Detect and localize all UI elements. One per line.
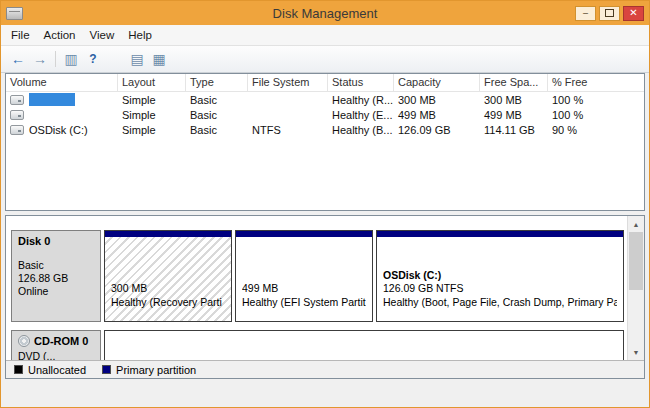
disk-graphical-pane: Disk 0 Basic 126.88 GB Online 300 MB [5,215,645,379]
free-cell: 499 MB [480,109,548,121]
disk0-size: 126.88 GB [18,272,94,285]
type-cell: Basic [186,124,248,136]
column-header-capacity[interactable]: Capacity [394,74,480,91]
drive-icon [10,110,24,120]
legend-label: Unallocated [28,364,86,376]
cdrom-header[interactable]: CD-ROM 0 DVD (... [11,330,101,360]
disk0-name: Disk 0 [18,235,94,247]
partition-name: OSDisk (C:) [383,269,617,283]
cdrom-media-area[interactable] [104,330,624,360]
status-cell: Healthy (B... [328,124,394,136]
legend-primary-partition: Primary partition [102,364,196,376]
fs-cell: NTFS [248,124,328,136]
disk-management-window: Disk Management – ✕ File Action View Hel… [0,0,650,408]
disk0-header[interactable]: Disk 0 Basic 126.88 GB Online [11,230,101,322]
status-cell: Healthy (E... [328,109,394,121]
type-cell: Basic [186,109,248,121]
unallocated-swatch [14,365,23,374]
window-title: Disk Management [1,6,649,21]
scrollbar-thumb[interactable] [629,232,643,290]
partition-status: Healthy (Boot, Page File, Crash Dump, Pr… [383,296,617,310]
forward-icon[interactable]: → [29,49,51,69]
table-row-recovery[interactable]: Simple Basic Healthy (R... 300 MB 300 MB… [6,92,644,107]
column-header-status[interactable]: Status [328,74,394,91]
title-bar: Disk Management – ✕ [1,1,649,25]
properties-icon[interactable]: ▦ [148,49,170,69]
partition-info: 499 MB Healthy (EFI System Partit [236,237,372,321]
scroll-down-icon[interactable]: ▼ [628,344,644,360]
menu-file[interactable]: File [4,27,37,43]
disk0-meta: Basic 126.88 GB Online [18,259,94,298]
scroll-up-icon[interactable]: ▲ [628,216,644,232]
partition-status: Healthy (Recovery Parti [111,296,225,310]
pct-cell: 100 % [548,94,618,106]
menu-action[interactable]: Action [37,27,83,43]
drive-icon [10,95,24,105]
legend-bar: Unallocated Primary partition [6,360,644,378]
vertical-scrollbar[interactable]: ▲ ▼ [627,216,644,360]
capacity-cell: 126.09 GB [394,124,480,136]
layout-cell: Simple [118,109,186,121]
disk0-row: Disk 0 Basic 126.88 GB Online 300 MB [11,230,624,322]
table-row-osdisk[interactable]: OSDisk (C:) Simple Basic NTFS Healthy (B… [6,122,644,137]
menu-bar: File Action View Help [1,25,649,46]
cdrom-row: CD-ROM 0 DVD (... [11,330,624,360]
cdrom-type: DVD (... [18,350,94,360]
minimize-button[interactable]: – [575,6,596,21]
disk0-status: Online [18,285,94,298]
capacity-cell: 499 MB [394,109,480,121]
selected-volume-highlight [29,93,75,106]
console-tree-icon[interactable]: ▥ [60,49,82,69]
volume-list-header: Volume Layout Type File System Status Ca… [6,74,644,92]
status-cell: Healthy (R... [328,94,394,106]
partition-info: OSDisk (C:) 126.09 GB NTFS Healthy (Boot… [377,237,623,321]
drive-icon [10,125,24,135]
back-icon[interactable]: ← [7,49,29,69]
partition-info: 300 MB Healthy (Recovery Parti [105,237,231,321]
column-header-file-system[interactable]: File System [248,74,328,91]
volume-name: OSDisk (C:) [29,124,88,136]
scrollbar-track[interactable] [628,290,644,344]
volume-cell: OSDisk (C:) [6,124,118,136]
toolbar-separator [55,51,56,67]
volume-cell [6,110,118,120]
partition-size: 499 MB [242,282,366,296]
main-area: Volume Layout Type File System Status Ca… [5,73,645,407]
cdrom-name: CD-ROM 0 [34,335,88,347]
pct-cell: 100 % [548,109,618,121]
volume-cell [6,93,118,106]
column-header-pct-free[interactable]: % Free [548,74,618,91]
cdrom-title: CD-ROM 0 [18,335,94,347]
column-header-volume[interactable]: Volume [6,74,118,91]
menu-view[interactable]: View [83,27,122,43]
app-icon [6,7,23,20]
disk0-type: Basic [18,259,94,272]
disk0-partitions: 300 MB Healthy (Recovery Parti 499 MB He… [104,230,624,322]
capacity-cell: 300 MB [394,94,480,106]
layout-cell: Simple [118,124,186,136]
partition-efi[interactable]: 499 MB Healthy (EFI System Partit [235,230,373,322]
legend-unallocated: Unallocated [14,364,86,376]
free-cell: 114.11 GB [480,124,548,136]
layout-cell: Simple [118,94,186,106]
type-cell: Basic [186,94,248,106]
toolbar: ← → ▥ ? ▤ ▦ [1,46,649,73]
column-header-layout[interactable]: Layout [118,74,186,91]
legend-label: Primary partition [116,364,196,376]
menu-help[interactable]: Help [121,27,159,43]
disk-graph-area: Disk 0 Basic 126.88 GB Online 300 MB [6,216,628,360]
primary-partition-swatch [102,365,111,374]
partition-size: 126.09 GB NTFS [383,282,617,296]
partition-osdisk[interactable]: OSDisk (C:) 126.09 GB NTFS Healthy (Boot… [376,230,624,322]
action-pane-icon[interactable]: ▤ [126,49,148,69]
column-header-type[interactable]: Type [186,74,248,91]
help-icon[interactable]: ? [82,49,104,69]
close-button[interactable]: ✕ [623,6,644,21]
volume-list: Volume Layout Type File System Status Ca… [5,73,645,211]
table-row-efi[interactable]: Simple Basic Healthy (E... 499 MB 499 MB… [6,107,644,122]
partition-status: Healthy (EFI System Partit [242,296,366,310]
partition-recovery[interactable]: 300 MB Healthy (Recovery Parti [104,230,232,322]
column-header-free-space[interactable]: Free Spa... [480,74,548,91]
cd-disc-icon [18,335,30,347]
maximize-button[interactable] [599,6,620,21]
